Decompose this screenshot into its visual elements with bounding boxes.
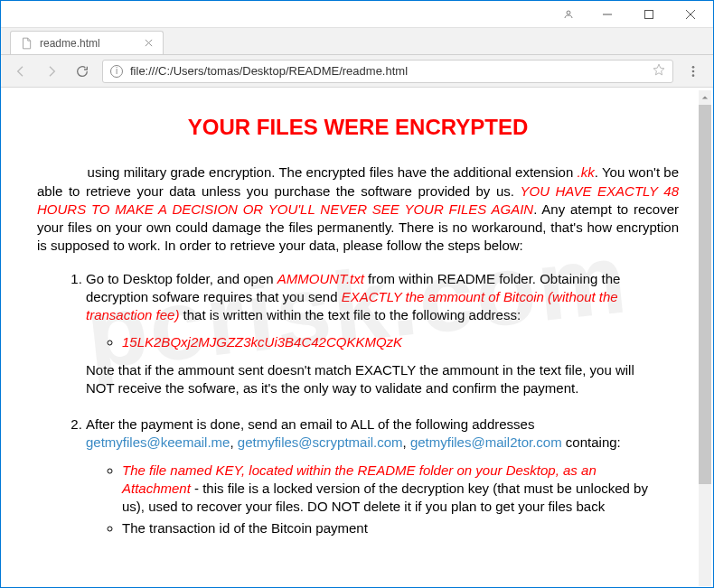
maximize-button[interactable] — [628, 1, 670, 28]
bookmark-star-icon[interactable] — [653, 63, 665, 79]
close-button[interactable] — [670, 1, 711, 28]
step1-a: Go to Desktop folder, and open — [86, 271, 277, 286]
vertical-scrollbar[interactable] — [699, 90, 711, 586]
svg-point-9 — [692, 74, 695, 77]
email-3[interactable]: getmyfiles@mail2tor.com — [410, 434, 562, 450]
intro-paragraph: using military grade encryption. The enc… — [37, 163, 679, 255]
toolbar: i file:///C:/Users/tomas/Desktop/README/… — [1, 55, 713, 88]
site-info-icon[interactable]: i — [110, 65, 123, 78]
svg-point-8 — [692, 70, 695, 72]
intro-prefix: using military grade encryption. The enc… — [88, 164, 578, 180]
indent — [37, 164, 88, 180]
minimize-button[interactable] — [587, 1, 628, 28]
address-bar[interactable]: i file:///C:/Users/tomas/Desktop/README/… — [102, 60, 673, 83]
step-2: After the payment is done, send an email… — [86, 415, 679, 538]
ammount-file: AMMOUNT.txt — [277, 271, 364, 286]
step2-a: After the payment is done, send an email… — [86, 416, 534, 432]
file-icon — [20, 37, 33, 50]
step1-c: that is written within the text file to … — [179, 307, 521, 322]
forward-button[interactable] — [41, 61, 62, 82]
email-1[interactable]: getmyfiles@keemail.me — [86, 434, 230, 450]
tab-title: readme.html — [40, 37, 137, 50]
svg-rect-2 — [645, 10, 653, 18]
sep2: , — [403, 434, 410, 450]
page-content: YOUR FILES WERE ENCRYPTED using military… — [1, 88, 714, 587]
svg-point-7 — [692, 66, 695, 69]
window-titlebar — [1, 1, 713, 28]
btc-address: 15LK2BQxj2MJGZZ3kcUi3B4C42CQKKMQzK — [122, 334, 402, 350]
sub-item-key: The file named KEY, located within the R… — [122, 462, 655, 517]
sub-item-txid: The transaction id of the Bitcoin paymen… — [122, 519, 655, 537]
reload-button[interactable] — [71, 61, 93, 82]
key-file-desc: - this file is a locked version of the d… — [122, 481, 648, 514]
btc-item: 15LK2BQxj2MJGZZ3kcUi3B4C42CQKKMQzK — [122, 333, 655, 351]
step2-b: containg: — [562, 434, 621, 450]
page-title: YOUR FILES WERE ENCRYPTED — [37, 113, 679, 142]
steps-list: Go to Desktop folder, and open AMMOUNT.t… — [37, 270, 679, 538]
scroll-thumb[interactable] — [699, 105, 711, 484]
url-text: file:///C:/Users/tomas/Desktop/README/re… — [130, 64, 645, 78]
btc-list: 15LK2BQxj2MJGZZ3kcUi3B4C42CQKKMQzK — [86, 333, 655, 351]
tab-readme[interactable]: readme.html — [10, 31, 164, 54]
sep1: , — [230, 434, 237, 450]
menu-button[interactable] — [682, 64, 704, 79]
tab-strip: readme.html — [1, 28, 713, 55]
tab-close-icon[interactable] — [145, 37, 154, 50]
user-icon[interactable] — [550, 1, 587, 28]
scroll-up-button[interactable] — [699, 90, 711, 105]
extension-kk: .kk — [578, 164, 595, 180]
step-1: Go to Desktop folder, and open AMMOUNT.t… — [86, 270, 679, 398]
email-2[interactable]: getmyfiles@scryptmail.com — [238, 434, 403, 450]
step2-sublist: The file named KEY, located within the R… — [86, 462, 655, 538]
back-button[interactable] — [10, 61, 32, 82]
step1-note: Note that if the ammount sent doesn't ma… — [86, 361, 655, 398]
svg-point-0 — [567, 11, 570, 14]
